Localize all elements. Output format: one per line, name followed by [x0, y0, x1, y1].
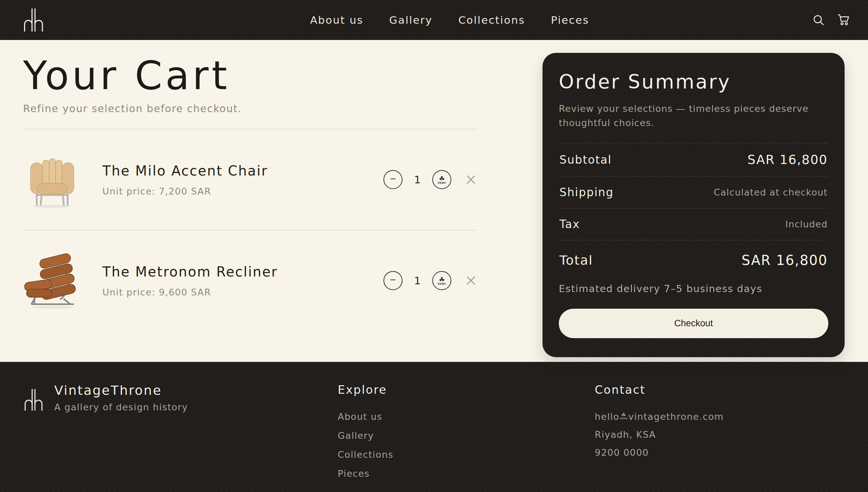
top-navigation-bar: About us Gallery Collections Pieces: [0, 0, 868, 40]
checkout-button[interactable]: Checkout: [559, 309, 828, 338]
summary-row-total: Total SAR 16,800: [559, 240, 828, 271]
subtotal-value: SAR 16,800: [748, 152, 828, 167]
item-name: The Milo Accent Chair: [102, 163, 268, 179]
order-summary-subtitle: Review your selections — timeless pieces…: [559, 102, 816, 130]
footer-link-collections[interactable]: Collections: [338, 449, 393, 460]
item-info: The Milo Accent Chair Unit price: 7,200 …: [102, 163, 268, 197]
item-unit-price: Unit price: 9,600 SAR: [102, 287, 278, 298]
footer-link-gallery[interactable]: Gallery: [338, 430, 374, 441]
demo-plus-glyph-icon: ☘ DEMO: [438, 276, 446, 285]
quantity-value: 1: [402, 173, 432, 186]
total-value: SAR 16,800: [742, 252, 828, 268]
total-label: Total: [559, 253, 593, 268]
nav-pieces[interactable]: Pieces: [551, 14, 589, 26]
brand-name: VintageThrone: [54, 383, 188, 398]
contact-title: Contact: [595, 383, 724, 396]
item-unit-price: Unit price: 7,200 SAR: [102, 186, 268, 197]
quantity-value: 1: [402, 274, 432, 287]
contact-email[interactable]: hello☘DEMOvintagethrone.com: [595, 411, 724, 422]
order-summary-title: Order Summary: [559, 70, 828, 93]
nav-about-us[interactable]: About us: [310, 14, 363, 26]
footer-link-pieces[interactable]: Pieces: [338, 468, 370, 479]
quantity-increase-button[interactable]: ☘ DEMO: [432, 271, 451, 290]
page-subtitle: Refine your selection before checkout.: [23, 103, 476, 115]
footer-contact-column: Contact hello☘DEMOvintagethrone.com Riya…: [595, 383, 724, 465]
cart-section: Your Cart Refine your selection before c…: [23, 53, 476, 331]
quantity-decrease-button[interactable]: −: [383, 170, 402, 189]
brand-logo-icon: [23, 388, 45, 413]
product-image-metronom-recliner: [23, 251, 81, 310]
brand-logo-icon[interactable]: [22, 7, 46, 33]
tax-value: Included: [785, 219, 828, 229]
shipping-label: Shipping: [559, 186, 614, 199]
summary-row-shipping: Shipping Calculated at checkout: [559, 177, 828, 208]
footer: VintageThrone A gallery of design histor…: [0, 362, 868, 492]
nav-gallery[interactable]: Gallery: [389, 14, 433, 26]
delivery-note: Estimated delivery 7–5 business days: [559, 283, 828, 294]
cart-icon[interactable]: [837, 14, 850, 26]
nav-collections[interactable]: Collections: [458, 14, 525, 26]
footer-explore-column: Explore About us Gallery Collections Pie…: [338, 383, 595, 487]
remove-item-button[interactable]: [466, 174, 476, 185]
item-info: The Metronom Recliner Unit price: 9,600 …: [102, 264, 278, 298]
explore-title: Explore: [338, 383, 595, 396]
main-content: Your Cart Refine your selection before c…: [0, 40, 868, 362]
quantity-controls: − 1 ☘ DEMO: [383, 271, 476, 290]
quantity-increase-button[interactable]: ☘ DEMO: [432, 170, 451, 189]
demo-at-glyph-icon: ☘DEMO: [620, 412, 628, 419]
summary-row-subtotal: Subtotal SAR 16,800: [559, 143, 828, 177]
quantity-controls: − 1 ☘ DEMO: [383, 170, 476, 189]
remove-item-button[interactable]: [466, 275, 476, 286]
page-title: Your Cart: [23, 53, 476, 98]
tax-label: Tax: [559, 218, 580, 231]
contact-phone: 9200 0000: [595, 447, 724, 458]
contact-location: Riyadh, KSA: [595, 429, 724, 440]
summary-row-tax: Tax Included: [559, 208, 828, 240]
demo-plus-glyph-icon: ☘ DEMO: [438, 176, 446, 184]
product-image-milo-accent-chair: [23, 150, 81, 209]
subtotal-label: Subtotal: [559, 153, 612, 166]
cart-item-milo-accent-chair: The Milo Accent Chair Unit price: 7,200 …: [23, 129, 476, 230]
main-nav: About us Gallery Collections Pieces: [269, 14, 589, 26]
shipping-value: Calculated at checkout: [714, 187, 828, 198]
brand-tagline: A gallery of design history: [54, 402, 188, 412]
cart-item-metronom-recliner: The Metronom Recliner Unit price: 9,600 …: [23, 230, 476, 331]
header-actions: [812, 14, 850, 26]
item-name: The Metronom Recliner: [102, 264, 278, 280]
close-icon: [466, 174, 476, 185]
footer-link-about-us[interactable]: About us: [338, 411, 382, 422]
minus-icon: −: [390, 174, 396, 185]
footer-brand: VintageThrone A gallery of design histor…: [23, 383, 338, 413]
minus-icon: −: [390, 275, 396, 286]
quantity-decrease-button[interactable]: −: [383, 271, 402, 290]
order-summary-card: Order Summary Review your selections — t…: [542, 53, 845, 357]
close-icon: [466, 275, 476, 286]
search-icon[interactable]: [812, 14, 825, 26]
cart-page: About us Gallery Collections Pieces: [0, 0, 868, 492]
